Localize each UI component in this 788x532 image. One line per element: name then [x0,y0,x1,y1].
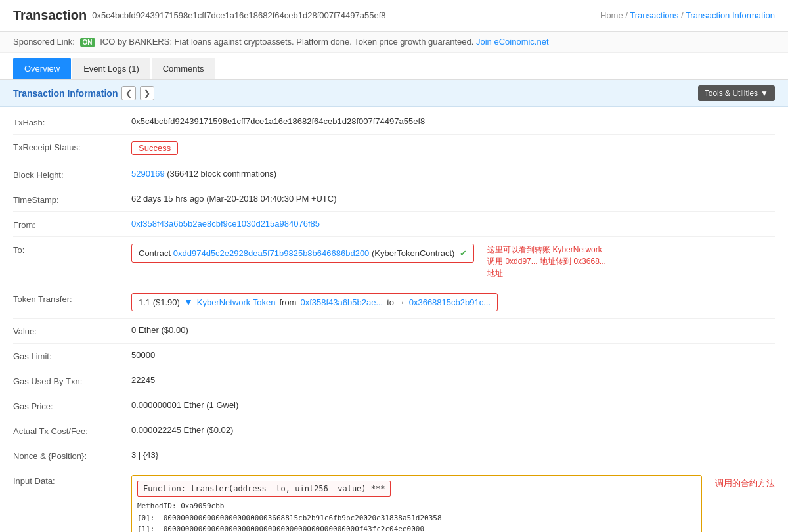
input-data-box: Function: transfer(address _to, uint256 … [131,475,702,532]
from-value: 0xf358f43a6b5b2ae8cbf9ce1030d215a984076f… [131,219,775,229]
section-title: Transaction Information [13,88,118,99]
block-label: Block Height: [13,169,131,180]
token-from-link[interactable]: 0xf358f43a6b5b2ae... [300,298,383,307]
nav-back-btn[interactable]: ❮ [121,86,136,100]
info-table: TxHash: 0x5c4bcbfd92439171598e1cff7dce1a… [0,110,788,532]
inputdata-value: Function: transfer(address _to, uint256 … [131,475,775,532]
row-inputdata: Input Data: Function: transfer(address _… [13,468,775,532]
inputdata-annotation: 调用的合约方法 [715,477,775,489]
receipt-label: TxReceipt Status: [13,141,131,152]
sponsored-label: Sponsored Link: [13,37,75,47]
input-function-line: Function: transfer(address _to, uint256 … [137,481,391,497]
row-token: Token Transfer: 1.1 ($1.90) ▼ KyberNetwo… [13,286,775,319]
token-name-link[interactable]: KyberNetwork Token [197,298,276,307]
sponsored-text: ICO by BANKERS: Fiat loans against crypt… [100,37,473,47]
gasprice-value: 0.000000001 Ether (1 Gwei) [131,400,775,410]
token-to-link[interactable]: 0x3668815cb2b91c... [409,298,491,307]
value-label: Value: [13,325,131,336]
main-content: TxHash: 0x5c4bcbfd92439171598e1cff7dce1a… [0,107,788,532]
tab-comments[interactable]: Comments [152,58,215,79]
header-left: Transaction 0x5c4bcbfd92439171598e1cff7d… [13,8,386,23]
receipt-value: Success [131,141,775,155]
txhash-value: 0x5c4bcbfd92439171598e1cff7dce1a16e18682… [131,116,775,126]
contract-box: Contract 0xdd974d5c2e2928dea5f71b9825b8b… [131,244,474,263]
row-gasused: Gas Used By Txn: 22245 [13,368,775,393]
inputdata-label: Input Data: [13,475,131,486]
status-badge: Success [131,141,178,155]
block-value: 5290169 (366412 block confirmations) [131,169,775,179]
breadcrumb-home: Home [600,11,623,20]
breadcrumb-current[interactable]: Transaction Information [686,11,775,20]
actualcost-value: 0.000022245 Ether ($0.02) [131,425,775,435]
breadcrumb: Home / Transactions / Transaction Inform… [600,11,775,20]
tools-arrow-icon: ▼ [760,89,768,98]
tab-overview[interactable]: Overview [13,58,71,79]
row-from: From: 0xf358f43a6b5b2ae8cbf9ce1030d215a9… [13,212,775,237]
txhash-label: TxHash: [13,116,131,127]
token-amount: 1.1 ($1.90) [139,298,180,307]
breadcrumb-sep2: / [681,11,684,20]
token-from-prefix: from [279,298,296,307]
verified-icon: ✔ [460,248,467,258]
to-annotation: 这里可以看到转账 KyberNetwork 调用 0xdd97... 地址转到 … [487,244,606,279]
tabs-bar: Overview Event Logs (1) Comments [0,58,788,80]
from-label: From: [13,219,131,230]
input-data-body: MethodID: 0xa9059cbb [0]: 00000000000000… [137,500,696,532]
tx-hash-header: 0x5c4bcbfd92439171598e1cff7dce1a16e18682… [92,11,385,20]
token-icon: ▼ [184,297,193,307]
sponsored-badge: ON [80,38,95,47]
section-header: Transaction Information ❮ ❯ Tools & Util… [0,80,788,107]
sponsored-bar: Sponsored Link: ON ICO by BANKERS: Fiat … [0,32,788,53]
row-gasprice: Gas Price: 0.000000001 Ether (1 Gwei) [13,393,775,418]
sponsored-link[interactable]: Join eCoinomic.net [476,37,549,47]
row-txhash: TxHash: 0x5c4bcbfd92439171598e1cff7dce1a… [13,110,775,135]
gasused-label: Gas Used By Txn: [13,375,131,386]
contract-name: (KyberTokenContract) [372,248,454,258]
row-receipt: TxReceipt Status: Success [13,135,775,162]
section-header-left: Transaction Information ❮ ❯ [13,86,154,100]
row-nonce: Nonce & {Position}: 3 | {43} [13,443,775,468]
nonce-value: 3 | {43} [131,450,775,460]
timestamp-value: 62 days 15 hrs ago (Mar-20-2018 04:40:30… [131,194,775,204]
tools-utilities-btn[interactable]: Tools & Utilities ▼ [698,85,775,101]
timestamp-label: TimeStamp: [13,194,131,205]
to-value: Contract 0xdd974d5c2e2928dea5f71b9825b8b… [131,244,775,279]
contract-prefix: Contract [139,248,171,258]
breadcrumb-transactions[interactable]: Transactions [630,11,678,20]
tab-eventlogs[interactable]: Event Logs (1) [72,58,150,79]
gasused-value: 22245 [131,375,775,385]
tools-label: Tools & Utilities [705,89,758,98]
block-link[interactable]: 5290169 [131,169,165,179]
row-block: Block Height: 5290169 (366412 block conf… [13,162,775,187]
actualcost-label: Actual Tx Cost/Fee: [13,425,131,436]
row-to: To: Contract 0xdd974d5c2e2928dea5f71b982… [13,237,775,286]
value-value: 0 Ether ($0.00) [131,325,775,335]
token-label: Token Transfer: [13,293,131,304]
token-to-prefix: to → [387,298,405,307]
token-value: 1.1 ($1.90) ▼ KyberNetwork Token from 0x… [131,293,775,311]
breadcrumb-sep1: / [625,11,628,20]
row-gaslimit: Gas Limit: 50000 [13,344,775,368]
from-address-link[interactable]: 0xf358f43a6b5b2ae8cbf9ce1030d215a984076f… [131,219,320,229]
nonce-label: Nonce & {Position}: [13,450,131,461]
gaslimit-label: Gas Limit: [13,350,131,361]
gasprice-label: Gas Price: [13,400,131,411]
block-confirms: (366412 block confirmations) [167,169,276,179]
page-header: Transaction 0x5c4bcbfd92439171598e1cff7d… [0,0,788,32]
row-timestamp: TimeStamp: 62 days 15 hrs ago (Mar-20-20… [13,187,775,212]
gaslimit-value: 50000 [131,350,775,360]
token-transfer-box: 1.1 ($1.90) ▼ KyberNetwork Token from 0x… [131,293,498,311]
nav-fwd-btn[interactable]: ❯ [140,86,154,100]
row-actualcost: Actual Tx Cost/Fee: 0.000022245 Ether ($… [13,418,775,443]
contract-address-link[interactable]: 0xdd974d5c2e2928dea5f71b9825b8b646686bd2… [173,248,370,258]
row-value: Value: 0 Ether ($0.00) [13,319,775,344]
page-title: Transaction [13,8,87,23]
to-label: To: [13,244,131,255]
